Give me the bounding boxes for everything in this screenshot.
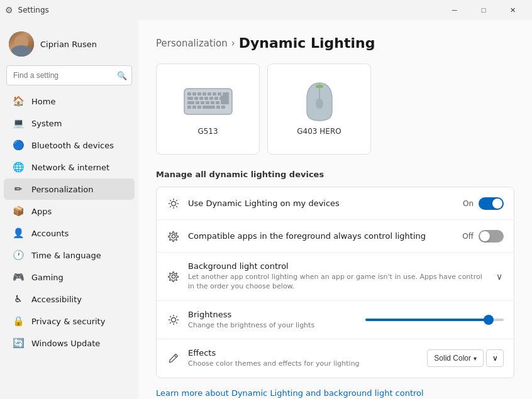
row-content-compatible-apps: Compatible apps in the foreground always…: [188, 231, 455, 241]
sidebar-item-network[interactable]: 🌐 Network & internet: [4, 156, 135, 178]
row-control-brightness: [365, 319, 504, 321]
close-button[interactable]: ✕: [498, 0, 527, 20]
brightness-slider[interactable]: [365, 319, 504, 321]
svg-line-48: [170, 316, 171, 317]
row-icon-use-dynamic: [167, 197, 180, 210]
title-bar: ⚙ Settings ─ □ ✕: [0, 0, 532, 20]
sidebar-item-accessibility[interactable]: ♿ Accessibility: [4, 288, 135, 310]
svg-line-52: [175, 356, 177, 358]
breadcrumb-current: Dynamic Lighting: [239, 35, 375, 51]
svg-rect-22: [221, 96, 229, 104]
device-cards: G513 G403 HERO: [156, 63, 514, 155]
sidebar-item-windows-update[interactable]: 🔄 Windows Update: [4, 332, 135, 354]
svg-point-41: [172, 234, 175, 238]
device-card-g513[interactable]: G513: [156, 63, 260, 155]
svg-point-43: [172, 317, 176, 322]
sidebar-item-privacy[interactable]: 🔒 Privacy & security: [4, 310, 135, 332]
svg-rect-10: [194, 97, 198, 100]
expand-button-background-light[interactable]: ∨: [495, 270, 504, 283]
svg-rect-12: [204, 97, 208, 100]
nav-icon-system: 💻: [13, 118, 24, 129]
row-title-brightness: Brightness: [188, 310, 358, 319]
row-title-compatible-apps: Compatible apps in the foreground always…: [188, 231, 455, 241]
dropdown-button-effects[interactable]: Solid Color ▾: [427, 349, 484, 367]
sidebar-item-system[interactable]: 💻 System: [4, 112, 135, 134]
breadcrumb-parent[interactable]: Personalization: [156, 38, 228, 49]
sidebar-item-gaming[interactable]: 🎮 Gaming: [4, 266, 135, 288]
row-content-background-light: Background light control Let another app…: [188, 261, 487, 292]
user-profile[interactable]: Ciprian Rusen: [0, 25, 138, 65]
breadcrumb-separator: ›: [231, 38, 235, 49]
title-bar-title: Settings: [18, 6, 49, 14]
nav-label-privacy: Privacy & security: [31, 317, 105, 326]
toggle-use-dynamic[interactable]: [479, 197, 504, 210]
settings-row-brightness: Brightness Change the brightness of your…: [157, 301, 514, 339]
avatar: [9, 31, 34, 57]
row-control-background-light: ∨: [495, 270, 504, 283]
dropdown-expand-button-effects[interactable]: ∨: [486, 349, 504, 367]
svg-rect-23: [187, 106, 191, 109]
content-area: Personalization › Dynamic Lighting: [138, 20, 532, 399]
row-title-effects: Effects: [188, 348, 419, 358]
nav-label-time: Time & language: [31, 251, 101, 260]
row-subtitle-brightness: Change the brightness of your lights: [188, 320, 358, 330]
nav-icon-accounts: 👤: [13, 227, 24, 239]
row-icon-effects: [167, 351, 180, 365]
row-icon-compatible-apps: [167, 229, 180, 243]
svg-rect-30: [316, 85, 323, 88]
toggle-compatible-apps[interactable]: [479, 230, 504, 243]
svg-line-38: [176, 206, 177, 207]
settings-row-effects: Effects Choose color themes and effects …: [157, 339, 514, 377]
nav-label-bluetooth: Bluetooth & devices: [31, 141, 114, 150]
row-title-use-dynamic: Use Dynamic Lighting on my devices: [188, 199, 455, 208]
svg-rect-14: [214, 97, 218, 100]
nav-label-accounts: Accounts: [31, 229, 69, 238]
maximize-button[interactable]: □: [469, 0, 498, 20]
title-bar-left: ⚙ Settings: [5, 5, 49, 15]
sidebar-item-home[interactable]: 🏠 Home: [4, 90, 135, 112]
nav-icon-bluetooth: 🔵: [13, 139, 24, 151]
nav-label-accessibility: Accessibility: [31, 295, 82, 304]
sidebar-item-bluetooth[interactable]: 🔵 Bluetooth & devices: [4, 134, 135, 156]
nav-icon-windows-update: 🔄: [13, 337, 24, 349]
device-icon-g513: [183, 83, 233, 121]
svg-line-50: [176, 316, 177, 317]
svg-rect-13: [209, 97, 213, 100]
device-card-g403[interactable]: G403 HERO: [267, 63, 371, 155]
svg-line-40: [170, 206, 171, 207]
row-title-background-light: Background light control: [188, 261, 487, 271]
nav-label-personalization: Personalization: [31, 185, 94, 194]
svg-rect-7: [218, 92, 221, 96]
sidebar-item-time[interactable]: 🕐 Time & language: [4, 244, 135, 266]
toggle-label-compatible-apps: Off: [462, 232, 474, 241]
sidebar-item-personalization[interactable]: ✏️ Personalization: [4, 178, 135, 200]
learn-more-link[interactable]: Learn more about Dynamic Lighting and ba…: [156, 388, 514, 398]
search-input[interactable]: [6, 65, 132, 85]
nav-icon-home: 🏠: [13, 96, 24, 107]
svg-rect-20: [211, 101, 214, 104]
settings-panel: Use Dynamic Lighting on my devices On Co…: [156, 187, 514, 378]
device-name-g403: G403 HERO: [297, 127, 341, 136]
slider-container-brightness: [365, 319, 504, 321]
nav-icon-privacy: 🔒: [13, 315, 24, 327]
row-content-brightness: Brightness Change the brightness of your…: [188, 310, 358, 330]
nav-icon-gaming: 🎮: [13, 271, 24, 283]
toggle-thumb-use-dynamic: [492, 199, 502, 209]
row-control-use-dynamic: On: [463, 197, 504, 210]
svg-rect-26: [202, 106, 215, 109]
nav-label-apps: Apps: [31, 207, 52, 216]
dropdown-label-effects: Solid Color: [434, 354, 471, 363]
sidebar-item-apps[interactable]: 📦 Apps: [4, 200, 135, 222]
title-bar-controls: ─ □ ✕: [440, 0, 527, 20]
svg-rect-6: [213, 92, 216, 96]
user-name: Ciprian Rusen: [40, 40, 97, 49]
svg-rect-16: [187, 101, 194, 104]
sidebar-item-accounts[interactable]: 👤 Accounts: [4, 222, 135, 244]
device-icon-g403: [294, 83, 345, 121]
sidebar: Ciprian Rusen 🔍 🏠 Home 💻 System 🔵 Blueto…: [0, 20, 138, 399]
search-box: 🔍: [6, 65, 132, 85]
svg-rect-3: [197, 92, 201, 96]
svg-line-37: [170, 200, 171, 201]
minimize-button[interactable]: ─: [440, 0, 469, 20]
svg-rect-8: [223, 92, 229, 96]
